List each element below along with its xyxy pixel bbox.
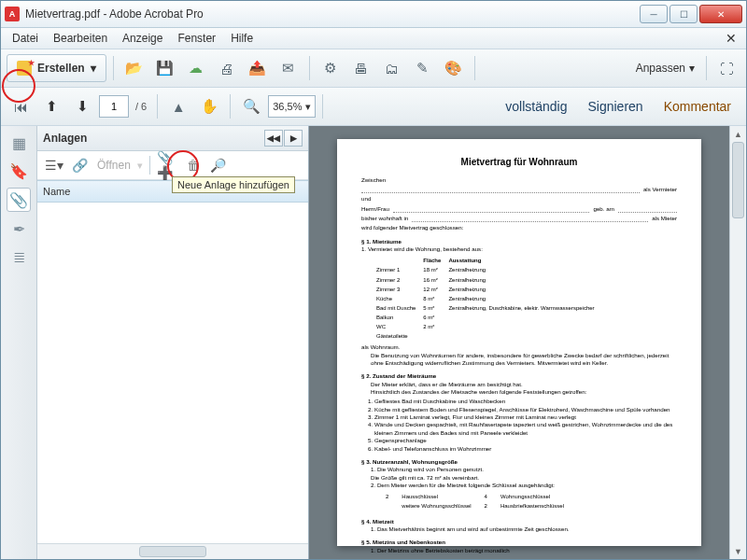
doc-title: Mietvertrag für Wohnraum (361, 156, 677, 169)
toolbar-main: Erstellen ▾ 📂 💾 ☁ 🖨 📤 ✉ ⚙ 🖶 🗂 ✎ 🎨 Anpass… (1, 49, 746, 88)
cloud-button[interactable]: ☁ (182, 54, 210, 82)
select-tool[interactable]: ▲ (164, 92, 192, 120)
prev-page-button[interactable]: ⬆ (37, 92, 65, 120)
close-button[interactable]: ✕ (699, 5, 742, 23)
save-button[interactable]: 💾 (151, 54, 179, 82)
document-view: Mietvertrag für Wohnraum Zwischen als Ve… (309, 126, 746, 559)
document-page[interactable]: Mietvertrag für Wohnraum Zwischen als Ve… (337, 139, 701, 546)
gear-icon[interactable]: ⚙ (317, 54, 345, 82)
toolbar-nav: ⏮ ⬆ ⬇ / 6 ▲ ✋ 🔍 36,5%▾ vollständig Signi… (1, 88, 746, 126)
attach-search-button[interactable]: 🔎 (207, 155, 230, 175)
color-button[interactable]: 🎨 (440, 54, 468, 82)
create-icon (17, 61, 32, 76)
layers-icon[interactable]: ≣ (7, 245, 30, 268)
menu-fenster[interactable]: Fenster (170, 30, 223, 47)
minimize-button[interactable]: ─ (640, 5, 668, 23)
maximize-button[interactable]: ☐ (669, 5, 698, 23)
menu-hilfe[interactable]: Hilfe (223, 30, 261, 47)
share-button[interactable]: 📤 (244, 54, 272, 82)
attach-prev-button[interactable]: ◀◀ (264, 130, 283, 147)
panel-signieren[interactable]: Signieren (578, 95, 652, 118)
menu-datei[interactable]: Datei (5, 30, 46, 47)
zoom-select[interactable]: 36,5%▾ (268, 95, 316, 118)
create-button[interactable]: Erstellen ▾ (7, 54, 106, 82)
fullscreen-button[interactable]: ⛶ (712, 54, 740, 82)
vscroll[interactable]: ▲▼ (729, 126, 746, 559)
attach-hscroll[interactable] (37, 543, 308, 559)
delete-attachment-button: 🗑 (182, 155, 204, 175)
menubar-close-icon[interactable]: ✕ (720, 31, 742, 46)
window-title: Mietvertrag.pdf - Adobe Acrobat Pro (25, 7, 640, 21)
panel-kommentar[interactable]: Kommentar (655, 95, 740, 118)
menu-bearbeiten[interactable]: Bearbeiten (46, 30, 115, 47)
menubar: Datei Bearbeiten Anzeige Fenster Hilfe ✕ (1, 28, 746, 49)
first-page-button[interactable]: ⏮ (7, 92, 35, 120)
attach-view-button[interactable]: ☰▾ (43, 155, 65, 175)
panel-vollstaendig[interactable]: vollständig (496, 95, 576, 118)
thumbnails-icon[interactable]: ▦ (7, 132, 30, 154)
multi-doc-button[interactable]: 🗂 (378, 54, 406, 82)
edit-button[interactable]: ✎ (409, 54, 437, 82)
attach-open-button: Öffnen (93, 159, 134, 172)
print-prod-button[interactable]: 🖶 (347, 54, 375, 82)
app-icon: A (5, 7, 20, 21)
zoom-tool[interactable]: 🔍 (237, 92, 265, 120)
attach-link-button: 🔗 (68, 155, 91, 175)
attach-list (37, 203, 308, 543)
page-total: / 6 (135, 101, 147, 112)
attach-next-button[interactable]: ▶ (284, 130, 303, 147)
titlebar: A Mietvertrag.pdf - Adobe Acrobat Pro ─ … (1, 1, 746, 28)
attachments-icon[interactable]: 📎 (7, 188, 31, 212)
attachments-panel: Anlagen ◀◀ ▶ ☰▾ 🔗 Öffnen▾ 📎➕ 🗑 🔎 Neue An… (37, 126, 309, 559)
attachments-toolbar: ☰▾ 🔗 Öffnen▾ 📎➕ 🗑 🔎 Neue Anlage hinzufüg… (37, 151, 308, 180)
menu-anzeige[interactable]: Anzeige (115, 30, 170, 47)
next-page-button[interactable]: ⬇ (68, 92, 96, 120)
nav-strip: ▦ 🔖 📎 ✒ ≣ (1, 126, 37, 559)
tooltip: Neue Anlage hinzufügen (172, 176, 295, 193)
hand-tool[interactable]: ✋ (195, 92, 223, 120)
add-attachment-button[interactable]: 📎➕ (157, 155, 179, 175)
bookmarks-icon[interactable]: 🔖 (7, 160, 30, 182)
signatures-icon[interactable]: ✒ (7, 217, 30, 240)
print-button[interactable]: 🖨 (213, 54, 241, 82)
open-button[interactable]: 📂 (120, 54, 148, 82)
customize-button[interactable]: Anpassen ▾ (630, 62, 700, 75)
attachments-title: Anlagen (43, 132, 87, 145)
page-input[interactable] (99, 95, 129, 118)
mail-button[interactable]: ✉ (275, 54, 303, 82)
